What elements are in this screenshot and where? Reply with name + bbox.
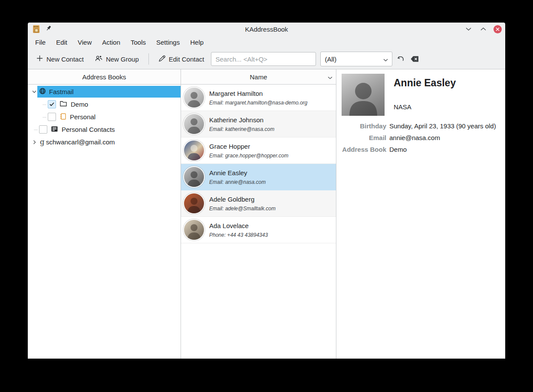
- titlebar: KAddressBook: [28, 23, 505, 36]
- menu-tools[interactable]: Tools: [126, 37, 151, 48]
- field-value-address-book: Demo: [389, 146, 500, 153]
- clear-search-icon[interactable]: [409, 53, 420, 65]
- close-icon[interactable]: [494, 25, 502, 33]
- menu-file[interactable]: File: [30, 37, 50, 48]
- contact-detail: Email: margaret.hamilton@nasa-demo.org: [209, 100, 307, 106]
- new-group-button[interactable]: New Group: [91, 52, 143, 65]
- minimize-icon[interactable]: [464, 25, 473, 33]
- edit-contact-button[interactable]: Edit Contact: [154, 52, 209, 66]
- contact-avatar: [184, 193, 204, 213]
- toolbar: New Contact New Group Edit Contact: [28, 49, 505, 69]
- contact-name: Annie Easley: [209, 169, 266, 176]
- name-column-header[interactable]: Name: [181, 69, 336, 85]
- contacts-list-icon: [51, 126, 58, 133]
- tree-item-personal-contacts[interactable]: Personal Contacts: [28, 123, 181, 136]
- contact-row-katherine-johnson[interactable]: Katherine Johnson Email: katherine@nasa.…: [181, 111, 336, 137]
- contact-avatar: [184, 167, 204, 187]
- tree-item-fastmail[interactable]: Fastmail: [28, 85, 181, 98]
- contact-details-panel: Annie Easley NASA Birthday Sunday, April…: [336, 69, 505, 359]
- contact-row-adele-goldberg[interactable]: Adele Goldberg Email: adele@Smalltalk.co…: [181, 190, 336, 217]
- chevron-right-icon[interactable]: [31, 140, 37, 144]
- google-icon: g: [39, 138, 45, 146]
- address-books-header: Address Books: [28, 69, 181, 85]
- field-value-email: annie@nasa.com: [389, 134, 500, 141]
- new-contact-button[interactable]: New Contact: [32, 52, 88, 65]
- contact-row-ada-lovelace[interactable]: Ada Lovelace Phone: +44 43 43894343: [181, 217, 336, 243]
- notebook-icon: [60, 113, 66, 121]
- contact-avatar: [184, 114, 204, 134]
- address-books-tree: Fastmail Demo: [28, 85, 181, 148]
- undo-search-icon[interactable]: [395, 53, 406, 65]
- contact-detail: Email: grace.hopper@hopper.com: [209, 153, 289, 159]
- chevron-down-icon: [383, 56, 388, 63]
- menu-edit[interactable]: Edit: [51, 37, 72, 48]
- contact-row-annie-easley[interactable]: Annie Easley Email: annie@nasa.com: [181, 164, 336, 190]
- field-label-email: Email: [342, 134, 386, 141]
- menu-action[interactable]: Action: [97, 37, 125, 48]
- tree-item-gmail-account[interactable]: g schwancarl@gmail.com: [28, 136, 181, 148]
- contact-row-grace-hopper[interactable]: Grace Hopper Email: grace.hopper@hopper.…: [181, 137, 336, 164]
- address-books-panel: Address Books Fastmail: [28, 69, 181, 359]
- demo-checkbox[interactable]: [48, 100, 56, 108]
- sort-chevron-icon[interactable]: [328, 73, 332, 81]
- menu-help[interactable]: Help: [185, 37, 208, 48]
- contact-list: Margaret Hamilton Email: margaret.hamilt…: [181, 85, 336, 359]
- contact-photo: [342, 74, 385, 116]
- detail-organization: NASA: [394, 103, 456, 111]
- contact-avatar: [184, 220, 204, 240]
- menu-bar: File Edit View Action Tools Settings Hel…: [28, 36, 505, 49]
- contact-avatar: [184, 88, 204, 108]
- globe-icon: [39, 88, 46, 96]
- search-input[interactable]: [211, 52, 316, 66]
- chevron-down-icon[interactable]: [31, 90, 37, 93]
- field-label-birthday: Birthday: [342, 122, 386, 130]
- detail-contact-name: Annie Easley: [394, 77, 456, 89]
- contact-name: Adele Goldberg: [209, 196, 276, 203]
- contact-name: Katherine Johnson: [209, 116, 274, 124]
- contact-name: Margaret Hamilton: [209, 90, 307, 97]
- tree-item-demo[interactable]: Demo: [28, 98, 181, 111]
- field-label-address-book: Address Book: [342, 146, 386, 153]
- plus-icon: [36, 55, 43, 63]
- kaddressbook-window: KAddressBook File Edit View Action Tools…: [28, 23, 505, 359]
- contact-detail: Email: annie@nasa.com: [209, 179, 266, 185]
- contact-row-margaret-hamilton[interactable]: Margaret Hamilton Email: margaret.hamilt…: [181, 85, 336, 111]
- personal-checkbox[interactable]: [48, 113, 56, 121]
- contact-avatar: [184, 140, 204, 160]
- toolbar-separator: [148, 53, 149, 65]
- contact-detail: Email: katherine@nasa.com: [209, 126, 274, 132]
- people-icon: [95, 55, 102, 63]
- filter-dropdown[interactable]: (All): [320, 52, 392, 66]
- contact-name: Ada Lovelace: [209, 222, 268, 229]
- personal-contacts-checkbox[interactable]: [39, 125, 47, 134]
- window-title: KAddressBook: [28, 26, 505, 33]
- main-content: Address Books Fastmail: [28, 69, 505, 359]
- detail-fields: Birthday Sunday, April 23, 1933 (90 year…: [342, 122, 500, 153]
- tree-item-personal[interactable]: Personal: [28, 111, 181, 123]
- contact-detail: Phone: +44 43 43894343: [209, 232, 268, 238]
- contact-name: Grace Hopper: [209, 143, 289, 150]
- maximize-icon[interactable]: [479, 25, 487, 33]
- menu-settings[interactable]: Settings: [151, 37, 184, 48]
- menu-view[interactable]: View: [73, 37, 96, 48]
- pencil-icon: [158, 55, 165, 63]
- field-value-birthday: Sunday, April 23, 1933 (90 years old): [389, 122, 500, 130]
- contact-list-panel: Name Margaret Hamilton Email: margaret.h…: [181, 69, 336, 359]
- contact-detail: Email: adele@Smalltalk.com: [209, 206, 276, 212]
- folder-icon: [60, 101, 67, 108]
- window-controls: [464, 25, 502, 33]
